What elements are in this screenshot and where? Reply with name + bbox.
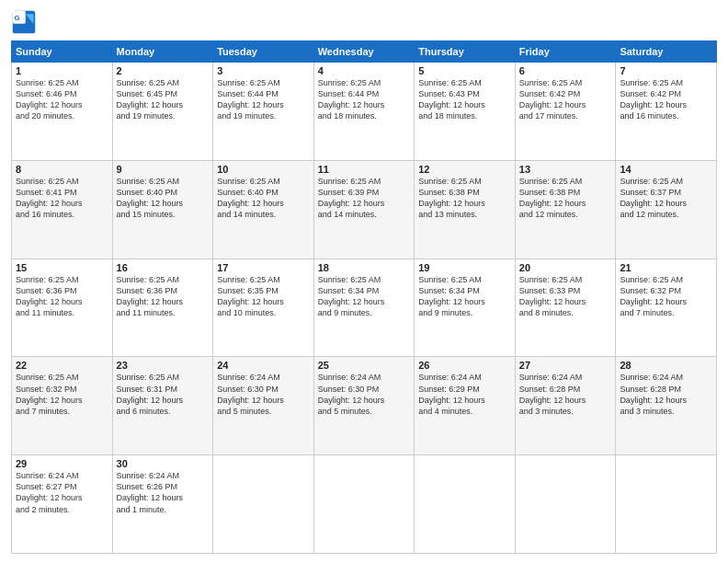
- calendar-cell: 4 Sunrise: 6:25 AMSunset: 6:44 PMDayligh…: [313, 63, 415, 161]
- calendar-cell: [515, 455, 616, 554]
- day-number: 2: [117, 65, 210, 76]
- page: G SundayMondayTuesdayWednesdayThursdayFr…: [0, 0, 728, 563]
- day-number: 13: [519, 164, 612, 175]
- day-info: Sunrise: 6:25 AMSunset: 6:42 PMDaylight:…: [519, 78, 586, 121]
- day-info: Sunrise: 6:24 AMSunset: 6:30 PMDaylight:…: [318, 373, 385, 415]
- day-info: Sunrise: 6:25 AMSunset: 6:41 PMDaylight:…: [16, 177, 83, 219]
- day-number: 28: [620, 360, 712, 371]
- col-header-friday: Friday: [515, 41, 616, 63]
- calendar-cell: 28 Sunrise: 6:24 AMSunset: 6:28 PMDaylig…: [616, 357, 717, 455]
- col-header-wednesday: Wednesday: [313, 41, 415, 63]
- calendar-cell: 27 Sunrise: 6:24 AMSunset: 6:28 PMDaylig…: [515, 357, 616, 455]
- day-number: 26: [418, 360, 511, 371]
- day-number: 15: [16, 262, 108, 273]
- day-number: 12: [418, 164, 511, 175]
- day-info: Sunrise: 6:25 AMSunset: 6:38 PMDaylight:…: [418, 177, 485, 219]
- calendar-cell: [213, 455, 314, 554]
- day-number: 8: [16, 164, 108, 175]
- day-number: 20: [519, 262, 612, 273]
- day-info: Sunrise: 6:25 AMSunset: 6:44 PMDaylight:…: [318, 78, 385, 121]
- calendar-cell: 19 Sunrise: 6:25 AMSunset: 6:34 PMDaylig…: [415, 259, 516, 357]
- day-info: Sunrise: 6:24 AMSunset: 6:30 PMDaylight:…: [217, 373, 284, 415]
- calendar-cell: 29 Sunrise: 6:24 AMSunset: 6:27 PMDaylig…: [12, 455, 113, 554]
- day-info: Sunrise: 6:25 AMSunset: 6:40 PMDaylight:…: [117, 177, 184, 219]
- day-number: 27: [519, 360, 612, 371]
- calendar-cell: 3 Sunrise: 6:25 AMSunset: 6:44 PMDayligh…: [213, 63, 314, 161]
- calendar-cell: 22 Sunrise: 6:25 AMSunset: 6:32 PMDaylig…: [12, 357, 113, 455]
- col-header-saturday: Saturday: [616, 41, 717, 63]
- day-number: 23: [117, 360, 210, 371]
- day-number: 11: [318, 164, 411, 175]
- day-number: 30: [117, 458, 210, 469]
- day-number: 16: [117, 262, 210, 273]
- day-number: 25: [318, 360, 411, 371]
- header: G: [11, 9, 717, 35]
- calendar-cell: [616, 455, 717, 554]
- calendar-cell: 11 Sunrise: 6:25 AMSunset: 6:39 PMDaylig…: [313, 160, 415, 259]
- calendar-cell: 26 Sunrise: 6:24 AMSunset: 6:29 PMDaylig…: [415, 357, 516, 455]
- day-number: 19: [418, 262, 511, 273]
- day-info: Sunrise: 6:25 AMSunset: 6:34 PMDaylight:…: [418, 275, 485, 317]
- day-number: 21: [620, 262, 712, 273]
- day-info: Sunrise: 6:25 AMSunset: 6:34 PMDaylight:…: [318, 275, 385, 317]
- calendar-cell: 6 Sunrise: 6:25 AMSunset: 6:42 PMDayligh…: [515, 63, 616, 161]
- day-number: 5: [418, 65, 511, 76]
- day-info: Sunrise: 6:25 AMSunset: 6:46 PMDaylight:…: [16, 78, 83, 121]
- day-number: 22: [16, 360, 108, 371]
- calendar-cell: 1 Sunrise: 6:25 AMSunset: 6:46 PMDayligh…: [12, 63, 113, 161]
- calendar-cell: 25 Sunrise: 6:24 AMSunset: 6:30 PMDaylig…: [313, 357, 415, 455]
- col-header-thursday: Thursday: [415, 41, 516, 63]
- day-number: 29: [16, 458, 108, 469]
- calendar-cell: 12 Sunrise: 6:25 AMSunset: 6:38 PMDaylig…: [415, 160, 516, 259]
- day-info: Sunrise: 6:25 AMSunset: 6:36 PMDaylight:…: [16, 275, 83, 317]
- day-info: Sunrise: 6:24 AMSunset: 6:27 PMDaylight:…: [16, 471, 83, 513]
- day-info: Sunrise: 6:25 AMSunset: 6:32 PMDaylight:…: [16, 373, 83, 415]
- calendar-cell: 30 Sunrise: 6:24 AMSunset: 6:26 PMDaylig…: [112, 455, 213, 554]
- day-number: 3: [217, 65, 310, 76]
- logo: G: [11, 9, 40, 35]
- day-number: 24: [217, 360, 310, 371]
- calendar-cell: 8 Sunrise: 6:25 AMSunset: 6:41 PMDayligh…: [12, 160, 113, 259]
- day-info: Sunrise: 6:25 AMSunset: 6:31 PMDaylight:…: [117, 373, 184, 415]
- col-header-tuesday: Tuesday: [213, 41, 314, 63]
- calendar-cell: 13 Sunrise: 6:25 AMSunset: 6:38 PMDaylig…: [515, 160, 616, 259]
- day-number: 7: [620, 65, 712, 76]
- calendar-cell: 16 Sunrise: 6:25 AMSunset: 6:36 PMDaylig…: [112, 259, 213, 357]
- calendar-cell: 2 Sunrise: 6:25 AMSunset: 6:45 PMDayligh…: [112, 63, 213, 161]
- day-info: Sunrise: 6:25 AMSunset: 6:45 PMDaylight:…: [117, 78, 184, 121]
- day-info: Sunrise: 6:25 AMSunset: 6:36 PMDaylight:…: [117, 275, 184, 317]
- day-info: Sunrise: 6:25 AMSunset: 6:33 PMDaylight:…: [519, 275, 586, 317]
- day-number: 17: [217, 262, 310, 273]
- calendar-cell: 24 Sunrise: 6:24 AMSunset: 6:30 PMDaylig…: [213, 357, 314, 455]
- day-number: 1: [16, 65, 108, 76]
- calendar-cell: 17 Sunrise: 6:25 AMSunset: 6:35 PMDaylig…: [213, 259, 314, 357]
- day-info: Sunrise: 6:25 AMSunset: 6:38 PMDaylight:…: [519, 177, 586, 219]
- day-number: 18: [318, 262, 411, 273]
- day-number: 10: [217, 164, 310, 175]
- day-info: Sunrise: 6:24 AMSunset: 6:28 PMDaylight:…: [519, 373, 586, 415]
- calendar-table: SundayMondayTuesdayWednesdayThursdayFrid…: [11, 40, 717, 554]
- logo-icon: G: [11, 9, 37, 35]
- day-info: Sunrise: 6:25 AMSunset: 6:43 PMDaylight:…: [418, 78, 485, 121]
- col-header-sunday: Sunday: [12, 41, 113, 63]
- calendar-cell: 15 Sunrise: 6:25 AMSunset: 6:36 PMDaylig…: [12, 259, 113, 357]
- calendar-cell: 7 Sunrise: 6:25 AMSunset: 6:42 PMDayligh…: [616, 63, 717, 161]
- day-info: Sunrise: 6:25 AMSunset: 6:37 PMDaylight:…: [620, 177, 687, 219]
- day-info: Sunrise: 6:25 AMSunset: 6:39 PMDaylight:…: [318, 177, 385, 219]
- calendar-cell: 18 Sunrise: 6:25 AMSunset: 6:34 PMDaylig…: [313, 259, 415, 357]
- day-info: Sunrise: 6:24 AMSunset: 6:29 PMDaylight:…: [418, 373, 485, 415]
- calendar-cell: 5 Sunrise: 6:25 AMSunset: 6:43 PMDayligh…: [415, 63, 516, 161]
- calendar-cell: 9 Sunrise: 6:25 AMSunset: 6:40 PMDayligh…: [112, 160, 213, 259]
- calendar-cell: 23 Sunrise: 6:25 AMSunset: 6:31 PMDaylig…: [112, 357, 213, 455]
- day-info: Sunrise: 6:25 AMSunset: 6:40 PMDaylight:…: [217, 177, 284, 219]
- day-info: Sunrise: 6:25 AMSunset: 6:44 PMDaylight:…: [217, 78, 284, 121]
- col-header-monday: Monday: [112, 41, 213, 63]
- calendar-cell: 21 Sunrise: 6:25 AMSunset: 6:32 PMDaylig…: [616, 259, 717, 357]
- calendar-cell: [313, 455, 415, 554]
- calendar-cell: 10 Sunrise: 6:25 AMSunset: 6:40 PMDaylig…: [213, 160, 314, 259]
- calendar-cell: [415, 455, 516, 554]
- day-number: 14: [620, 164, 712, 175]
- day-number: 4: [318, 65, 411, 76]
- day-number: 9: [117, 164, 210, 175]
- day-info: Sunrise: 6:25 AMSunset: 6:32 PMDaylight:…: [620, 275, 687, 317]
